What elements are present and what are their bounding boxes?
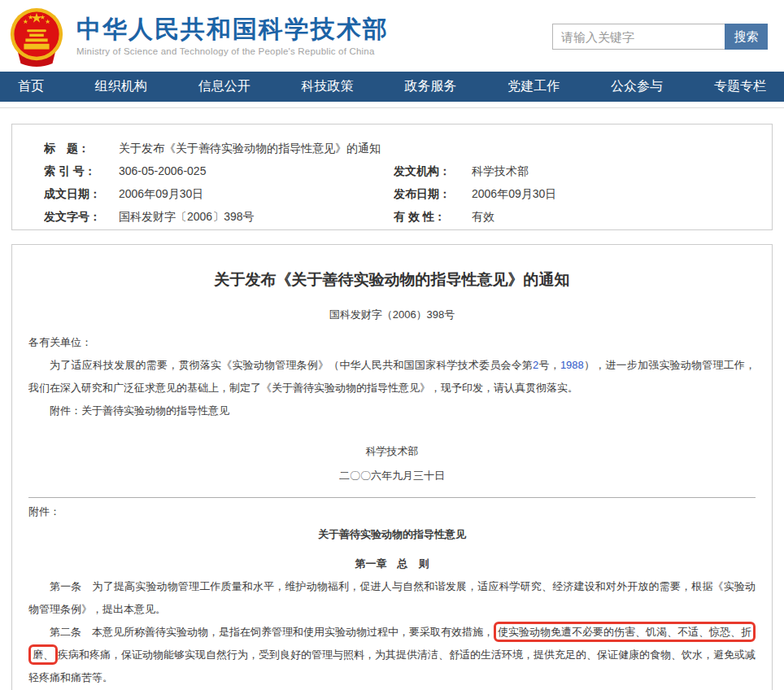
document-number: 国科发财字（2006）398号 [28, 304, 756, 326]
meta-label: 发文字号： [44, 205, 119, 228]
header-divider [0, 102, 784, 108]
attachment-title: 关于善待实验动物的指导性意见 [28, 523, 756, 546]
nav-item-0[interactable]: 首页 [18, 78, 44, 95]
nav-item-1[interactable]: 组织机构 [95, 78, 147, 95]
document-divider [28, 497, 756, 499]
nav-item-5[interactable]: 党建工作 [507, 78, 560, 95]
nav-item-4[interactable]: 政务服务 [404, 78, 456, 95]
search-button[interactable]: 搜索 [725, 24, 768, 50]
article-2: 第二条 本意见所称善待实验动物，是指在饲养管理和使用实验动物过程中，要采取有效措… [28, 621, 756, 689]
attachment-label: 附件： [28, 500, 756, 523]
main-nav: 首页组织机构信息公开科技政策政务服务党建工作公众参与专题专栏 [0, 72, 784, 102]
document-body: 关于发布《关于善待实验动物的指导性意见》的通知国科发财字（2006）398号各有… [28, 269, 756, 690]
article-1: 第一条 为了提高实验动物管理工作质量和水平，维护动物福利，促进人与自然和谐发展，… [28, 575, 756, 621]
intro-paragraph: 为了适应科技发展的需要，贯彻落实《实验动物管理条例》（中华人民共和国国家科学技术… [28, 354, 756, 400]
highlighted-number: 1988 [560, 359, 584, 371]
meta-label: 成文日期： [44, 182, 119, 205]
signature-agency: 科学技术部 [28, 440, 756, 463]
meta-value: 有效 [472, 205, 772, 228]
meta-label: 发布日期： [394, 182, 472, 205]
meta-label: 标 题： [44, 137, 119, 159]
meta-value: 国科发财字〔2006〕398号 [119, 205, 394, 228]
signature-date: 二〇〇六年九月三十日 [28, 465, 756, 487]
document-panel: 关于发布《关于善待实验动物的指导性意见》的通知国科发财字（2006）398号各有… [11, 244, 773, 690]
site-subtitle: Ministry of Science and Technology of th… [76, 46, 552, 56]
nav-item-3[interactable]: 科技政策 [302, 78, 354, 95]
text-segment: 第二条 本意见所称善待实验动物，是指在饲养管理和使用实验动物过程中，要采取有效措… [50, 626, 494, 638]
site-brand: 中华人民共和国科学技术部 Ministry of Science and Tec… [76, 15, 552, 56]
national-emblem-logo [7, 6, 67, 68]
meta-value [472, 137, 772, 159]
search-input[interactable] [552, 24, 725, 50]
meta-label: 有 效 性： [394, 205, 472, 228]
attachment-note: 附件：关于善待实验动物的指导性意见 [28, 400, 756, 422]
nav-item-6[interactable]: 公众参与 [611, 78, 663, 95]
text-segment: 疾病和疼痛，保证动物能够实现自然行为，受到良好的管理与照料，为其提供清洁、舒适的… [28, 649, 756, 683]
meta-label: 发文机构： [394, 159, 472, 182]
nav-item-2[interactable]: 信息公开 [198, 78, 250, 95]
text-segment: 为了适应科技发展的需要，贯彻落实《实验动物管理条例》（中华人民共和国国家科学技术… [50, 359, 533, 371]
meta-label: 索 引 号： [44, 159, 119, 182]
document-meta-panel: 标 题：关于发布《关于善待实验动物的指导性意见》的通知索 引 号：306-05-… [11, 124, 773, 230]
chapter-heading: 第一章 总 则 [28, 552, 756, 575]
nav-item-7[interactable]: 专题专栏 [714, 78, 766, 95]
document-title: 关于发布《关于善待实验动物的指导性意见》的通知 [28, 269, 756, 290]
meta-value: 关于发布《关于善待实验动物的指导性意见》的通知 [119, 137, 394, 159]
site-title: 中华人民共和国科学技术部 [76, 15, 552, 43]
site-header: 中华人民共和国科学技术部 Ministry of Science and Tec… [0, 0, 784, 72]
meta-label [394, 137, 472, 159]
meta-value: 2006年09月30日 [119, 182, 394, 205]
meta-value: 科学技术部 [472, 159, 772, 182]
salutation: 各有关单位： [28, 331, 756, 354]
meta-value: 2006年09月30日 [472, 182, 772, 205]
search-bar: 搜索 [552, 24, 768, 50]
meta-value: 306-05-2006-025 [119, 159, 394, 182]
meta-grid: 标 题：关于发布《关于善待实验动物的指导性意见》的通知索 引 号：306-05-… [44, 137, 772, 228]
text-segment: 号， [538, 359, 560, 371]
